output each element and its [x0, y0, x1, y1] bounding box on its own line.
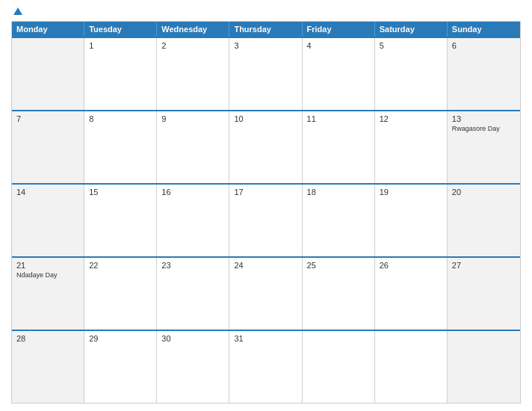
cell-date: 9 — [161, 114, 224, 123]
table-row: 19 — [375, 185, 448, 256]
table-row — [12, 38, 84, 110]
table-row: 8 — [84, 111, 157, 183]
cell-date: 6 — [452, 41, 516, 50]
cell-date: 11 — [307, 114, 370, 123]
header-saturday: Saturday — [375, 22, 448, 37]
header-monday: Monday — [12, 22, 84, 37]
cell-date: 1 — [89, 41, 152, 50]
calendar-body: 12345678910111213Rwagasore Day1415161718… — [12, 37, 520, 403]
table-row: 18 — [303, 185, 375, 256]
cell-date: 8 — [89, 114, 152, 123]
table-row — [448, 331, 520, 403]
table-row: 17 — [229, 185, 302, 256]
cell-date: 15 — [89, 188, 152, 197]
cell-date: 3 — [234, 41, 297, 50]
cell-date: 18 — [307, 188, 370, 197]
cell-date: 17 — [234, 188, 297, 197]
cell-date: 21 — [16, 261, 79, 270]
cell-date: 30 — [161, 334, 224, 343]
cell-date: 20 — [452, 188, 516, 197]
cell-date: 26 — [380, 261, 442, 270]
header — [11, 7, 521, 15]
cell-date: 24 — [234, 261, 297, 270]
week-row-4: 21Ndadaye Day222324252627 — [12, 256, 520, 330]
calendar-header: Monday Tuesday Wednesday Thursday Friday… — [12, 22, 520, 37]
table-row: 6 — [448, 38, 520, 110]
table-row: 11 — [303, 111, 375, 183]
cell-date: 2 — [161, 41, 224, 50]
table-row: 23 — [157, 258, 229, 330]
table-row: 15 — [84, 185, 157, 256]
table-row: 24 — [229, 258, 302, 330]
table-row — [375, 331, 448, 403]
table-row: 13Rwagasore Day — [448, 111, 520, 183]
header-sunday: Sunday — [448, 22, 520, 37]
table-row: 25 — [303, 258, 375, 330]
cell-event: Ndadaye Day — [16, 271, 79, 280]
cell-date: 29 — [89, 334, 152, 343]
table-row: 22 — [84, 258, 157, 330]
table-row: 30 — [157, 331, 229, 403]
table-row: 16 — [157, 185, 229, 256]
cell-date: 10 — [234, 114, 297, 123]
cell-date: 23 — [161, 261, 224, 270]
table-row: 7 — [12, 111, 84, 183]
header-thursday: Thursday — [229, 22, 302, 37]
cell-date: 7 — [16, 114, 79, 123]
week-row-5: 28293031 — [12, 330, 520, 403]
cell-date: 25 — [307, 261, 370, 270]
cell-date: 27 — [452, 261, 516, 270]
header-wednesday: Wednesday — [157, 22, 229, 37]
page: Monday Tuesday Wednesday Thursday Friday… — [0, 0, 532, 411]
table-row: 29 — [84, 331, 157, 403]
table-row: 3 — [229, 38, 302, 110]
table-row: 2 — [157, 38, 229, 110]
table-row: 26 — [375, 258, 448, 330]
week-row-3: 14151617181920 — [12, 183, 520, 256]
calendar: Monday Tuesday Wednesday Thursday Friday… — [11, 21, 521, 404]
cell-event: Rwagasore Day — [452, 125, 516, 134]
cell-date: 19 — [380, 188, 442, 197]
week-row-2: 78910111213Rwagasore Day — [12, 110, 520, 183]
cell-date: 16 — [161, 188, 224, 197]
table-row: 21Ndadaye Day — [12, 258, 84, 330]
table-row: 1 — [84, 38, 157, 110]
cell-date: 4 — [307, 41, 370, 50]
table-row: 20 — [448, 185, 520, 256]
logo-triangle-icon — [13, 7, 22, 15]
logo — [11, 7, 22, 15]
table-row: 27 — [448, 258, 520, 330]
table-row: 5 — [375, 38, 448, 110]
cell-date: 22 — [89, 261, 152, 270]
table-row: 14 — [12, 185, 84, 256]
table-row: 31 — [229, 331, 302, 403]
cell-date: 12 — [380, 114, 442, 123]
table-row: 4 — [303, 38, 375, 110]
table-row: 10 — [229, 111, 302, 183]
cell-date: 31 — [234, 334, 297, 343]
header-tuesday: Tuesday — [84, 22, 157, 37]
cell-date: 28 — [16, 334, 79, 343]
table-row: 12 — [375, 111, 448, 183]
cell-date: 5 — [380, 41, 442, 50]
table-row — [303, 331, 375, 403]
week-row-1: 123456 — [12, 37, 520, 110]
table-row: 28 — [12, 331, 84, 403]
header-friday: Friday — [303, 22, 375, 37]
table-row: 9 — [157, 111, 229, 183]
cell-date: 13 — [452, 114, 516, 123]
cell-date: 14 — [16, 188, 79, 197]
